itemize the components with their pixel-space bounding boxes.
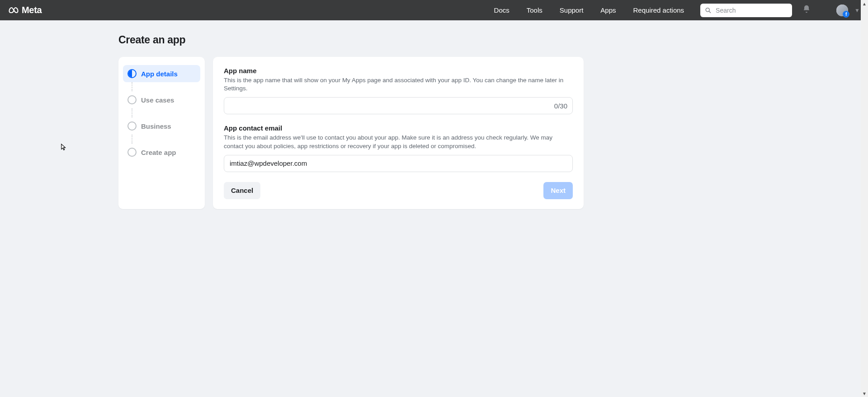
step-label: Business: [141, 122, 171, 130]
step-indicator-active-icon: [127, 69, 137, 78]
notifications-icon[interactable]: [802, 5, 811, 16]
svg-point-0: [706, 8, 709, 11]
app-name-help: This is the app name that will show on y…: [224, 76, 573, 93]
mouse-cursor-icon: [61, 143, 67, 151]
app-name-label: App name: [224, 67, 573, 75]
contact-email-label: App contact email: [224, 124, 573, 132]
contact-email-help: This is the email address we'll use to c…: [224, 134, 573, 150]
page-content: Create an app App details Use cases Busi…: [0, 20, 868, 209]
page-title: Create an app: [118, 34, 868, 46]
step-connector: [132, 108, 200, 117]
svg-line-1: [709, 11, 711, 13]
step-app-details[interactable]: App details: [123, 65, 200, 82]
char-count: 0/30: [554, 102, 567, 110]
brand-logo[interactable]: Meta: [8, 5, 42, 16]
step-create-app[interactable]: Create app: [123, 144, 200, 161]
brand-name: Meta: [22, 5, 42, 15]
top-navbar: Meta Docs Tools Support Apps Required ac…: [0, 0, 868, 20]
step-label: Use cases: [141, 96, 174, 104]
next-button[interactable]: Next: [543, 182, 573, 199]
field-contact-email: App contact email This is the email addr…: [224, 124, 573, 172]
nav-support[interactable]: Support: [560, 6, 584, 14]
step-connector: [132, 82, 200, 91]
nav-tools[interactable]: Tools: [527, 6, 542, 14]
vertical-scrollbar[interactable]: ▲ ▼: [861, 0, 868, 397]
step-label: App details: [141, 70, 178, 78]
scroll-up-icon[interactable]: ▲: [861, 0, 868, 7]
scroll-down-icon[interactable]: ▼: [861, 390, 868, 397]
step-use-cases[interactable]: Use cases: [123, 91, 200, 108]
step-indicator-icon: [127, 95, 137, 104]
meta-logo-icon: [8, 5, 19, 16]
search-icon: [705, 7, 712, 14]
nav-apps[interactable]: Apps: [600, 6, 616, 14]
search-input[interactable]: [700, 4, 792, 17]
step-label: Create app: [141, 149, 176, 156]
search-wrap: [700, 4, 792, 17]
step-business[interactable]: Business: [123, 117, 200, 135]
field-app-name: App name This is the app name that will …: [224, 67, 573, 114]
user-avatar[interactable]: f: [836, 5, 848, 16]
nav-docs[interactable]: Docs: [494, 6, 509, 14]
cancel-button[interactable]: Cancel: [224, 182, 260, 199]
nav-links: Docs Tools Support Apps Required actions: [494, 6, 684, 14]
step-connector: [132, 135, 200, 144]
contact-email-input[interactable]: [224, 155, 573, 172]
form-actions: Cancel Next: [224, 182, 573, 199]
step-indicator-icon: [127, 121, 137, 131]
step-indicator-icon: [127, 148, 137, 157]
form-card: App name This is the app name that will …: [213, 57, 584, 209]
facebook-badge-icon: f: [843, 11, 849, 18]
account-menu-chevron[interactable]: ▼: [854, 7, 860, 14]
app-name-input[interactable]: [224, 97, 573, 114]
nav-required-actions[interactable]: Required actions: [633, 6, 684, 14]
steps-sidebar: App details Use cases Business Create ap…: [118, 57, 205, 209]
